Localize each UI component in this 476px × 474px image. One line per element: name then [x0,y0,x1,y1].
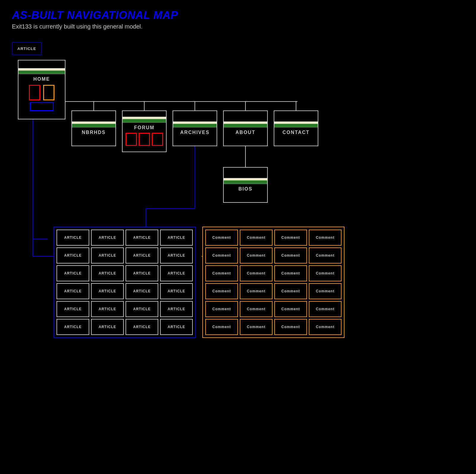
article-cell[interactable]: ARTICLE [160,301,193,317]
node-nbrhds[interactable]: NBRHDS [71,110,116,146]
comment-cell[interactable]: Comment [240,283,273,299]
article-single-label: ARTICLE [17,46,36,51]
comment-cell[interactable]: Comment [274,301,307,317]
article-cell[interactable]: ARTICLE [160,319,193,335]
forum-icons [126,133,163,146]
article-cell[interactable]: ARTICLE [126,301,158,317]
articles-grid: ARTICLEARTICLEARTICLEARTICLEARTICLEARTIC… [57,230,193,335]
forum-header [123,117,166,123]
page-title: AS-BUILT NAVIGATIONAL MAP [12,9,464,21]
nbrhds-header [72,121,115,127]
article-cell[interactable]: ARTICLE [91,265,124,281]
comment-cell[interactable]: Comment [205,230,238,246]
node-home: HOME [18,60,65,119]
article-cell[interactable]: ARTICLE [126,247,158,263]
article-cell[interactable]: ARTICLE [57,230,89,246]
article-cell[interactable]: ARTICLE [126,283,158,299]
contact-label: CONTACT [282,130,309,135]
article-cell[interactable]: ARTICLE [57,265,89,281]
article-cell[interactable]: ARTICLE [57,283,89,299]
forum-icon-3 [152,133,163,146]
comment-cell[interactable]: Comment [309,301,342,317]
forum-label: FORUM [134,125,155,130]
home-icon-blue [30,102,54,111]
comments-grid: CommentCommentCommentCommentCommentComme… [205,230,342,335]
comment-cell[interactable]: Comment [240,319,273,335]
node-article-single[interactable]: ARTICLE [12,42,42,55]
archives-header [173,121,217,127]
comment-cell[interactable]: Comment [309,283,342,299]
articles-grid-container: ARTICLEARTICLEARTICLEARTICLEARTICLEARTIC… [54,227,196,338]
comment-cell[interactable]: Comment [205,247,238,263]
node-archives[interactable]: ARCHIVES [173,110,217,146]
about-header [224,121,267,127]
contact-header [274,121,318,127]
home-icons [29,85,54,100]
home-label: HOME [33,77,50,82]
page-subtitle: Exit133 is currently built using this ge… [12,23,464,30]
comment-cell[interactable]: Comment [205,283,238,299]
article-cell[interactable]: ARTICLE [57,319,89,335]
article-cell[interactable]: ARTICLE [91,319,124,335]
about-label: ABOUT [236,130,256,135]
article-cell[interactable]: ARTICLE [160,283,193,299]
node-contact[interactable]: CONTACT [274,110,318,146]
comment-cell[interactable]: Comment [274,265,307,281]
map-container: HOME NBRHDS FORUM ARCHIVES ABOUT CONTACT [12,42,339,459]
article-cell[interactable]: ARTICLE [91,301,124,317]
home-icon-orange [43,85,54,100]
article-cell[interactable]: ARTICLE [91,230,124,246]
article-cell[interactable]: ARTICLE [126,230,158,246]
comment-cell[interactable]: Comment [240,265,273,281]
bios-header [224,178,267,184]
comment-cell[interactable]: Comment [240,230,273,246]
bios-label: BIOS [238,186,252,192]
article-cell[interactable]: ARTICLE [160,265,193,281]
forum-icon-1 [126,133,137,146]
comment-cell[interactable]: Comment [309,319,342,335]
node-about[interactable]: ABOUT [223,110,268,146]
comment-cell[interactable]: Comment [309,230,342,246]
comment-cell[interactable]: Comment [205,301,238,317]
article-cell[interactable]: ARTICLE [160,230,193,246]
article-cell[interactable]: ARTICLE [91,247,124,263]
comment-cell[interactable]: Comment [274,247,307,263]
archives-label: ARCHIVES [180,130,210,135]
home-icon-red [29,85,40,100]
comment-cell[interactable]: Comment [274,230,307,246]
comment-cell[interactable]: Comment [309,265,342,281]
forum-icon-2 [139,133,150,146]
comment-cell[interactable]: Comment [240,247,273,263]
article-cell[interactable]: ARTICLE [126,319,158,335]
comment-cell[interactable]: Comment [240,301,273,317]
comments-grid-container: CommentCommentCommentCommentCommentComme… [202,227,345,338]
home-header [18,68,65,74]
article-cell[interactable]: ARTICLE [57,301,89,317]
comment-cell[interactable]: Comment [274,319,307,335]
article-cell[interactable]: ARTICLE [57,247,89,263]
comment-cell[interactable]: Comment [274,283,307,299]
comment-cell[interactable]: Comment [205,319,238,335]
node-forum[interactable]: FORUM [122,110,167,152]
comment-cell[interactable]: Comment [309,247,342,263]
article-cell[interactable]: ARTICLE [126,265,158,281]
article-cell[interactable]: ARTICLE [160,247,193,263]
article-cell[interactable]: ARTICLE [91,283,124,299]
nbrhds-label: NBRHDS [82,130,106,135]
comment-cell[interactable]: Comment [205,265,238,281]
node-bios[interactable]: BIOS [223,167,268,203]
